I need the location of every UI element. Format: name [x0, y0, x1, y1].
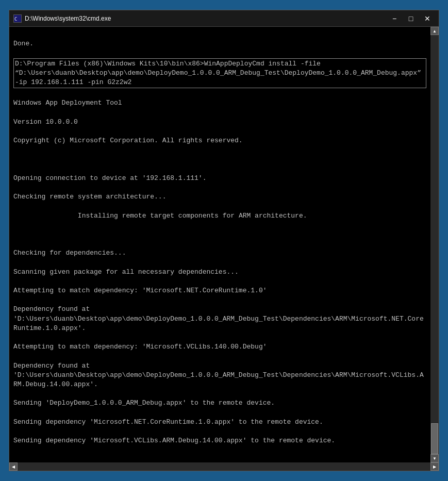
line-7: Installing remote target components for … [13, 212, 307, 220]
terminal-output[interactable]: Done. D:\Program Files (x86)\Windows Kit… [9, 27, 430, 462]
line-2: Version 10.0.0.0 [13, 118, 78, 126]
line-5: Opening connection to device at '192.168… [13, 174, 206, 182]
line-1: Windows App Deployment Tool [13, 99, 122, 107]
line-3: Copyright (c) Microsoft Corporation. All… [13, 137, 243, 144]
scroll-thumb[interactable] [431, 423, 438, 454]
command-block: D:\Program Files (x86)\Windows Kits\10\b… [13, 58, 426, 89]
scroll-up-arrow[interactable]: ▲ [430, 27, 439, 35]
window-controls: − □ ✕ [387, 13, 435, 24]
line-14: Dependency found at 'D:\Users\duanb\Desk… [13, 362, 424, 388]
scroll-left-arrow[interactable]: ◀ [9, 462, 18, 471]
done-initial: Done. [13, 40, 34, 47]
horizontal-scroll-track[interactable] [18, 462, 430, 471]
cmd-window: C D:\Windows\system32\cmd.exe − □ ✕ Done… [9, 10, 439, 471]
title-bar: C D:\Windows\system32\cmd.exe − □ ✕ [9, 10, 439, 27]
close-button[interactable]: ✕ [420, 13, 435, 24]
line-17: Sending dependency 'Microsoft.VCLibs.ARM… [13, 437, 335, 444]
line-11: Attempting to match dependency: 'Microso… [13, 287, 267, 294]
vertical-scrollbar[interactable]: ▲ ▼ [430, 27, 439, 462]
svg-text:C: C [14, 16, 17, 22]
horizontal-scrollbar[interactable]: ◀ ▶ [9, 462, 439, 471]
line-13: Attempting to match dependency: 'Microso… [13, 343, 267, 351]
scroll-down-arrow[interactable]: ▼ [430, 454, 439, 462]
line-6: Checking remote system architecture... [13, 193, 166, 201]
line-9: Checking for dependencies... [13, 249, 126, 257]
scroll-track[interactable] [430, 35, 439, 454]
line-15: Sending 'DeployDemo_1.0.0.0_ARM_Debug.ap… [13, 399, 275, 407]
scroll-right-arrow[interactable]: ▶ [430, 462, 439, 471]
line-12: Dependency found at 'D:\Users\duanb\Desk… [13, 305, 424, 331]
window-title: D:\Windows\system32\cmd.exe [25, 15, 387, 22]
maximize-button[interactable]: □ [404, 13, 418, 24]
line-16: Sending dependency 'Microsoft.NET.CoreRu… [13, 418, 323, 426]
cmd-icon: C [13, 14, 22, 23]
line-10: Scanning given package for all necessary… [13, 268, 239, 276]
content-area: Done. D:\Program Files (x86)\Windows Kit… [9, 27, 439, 462]
minimize-button[interactable]: − [387, 13, 402, 24]
